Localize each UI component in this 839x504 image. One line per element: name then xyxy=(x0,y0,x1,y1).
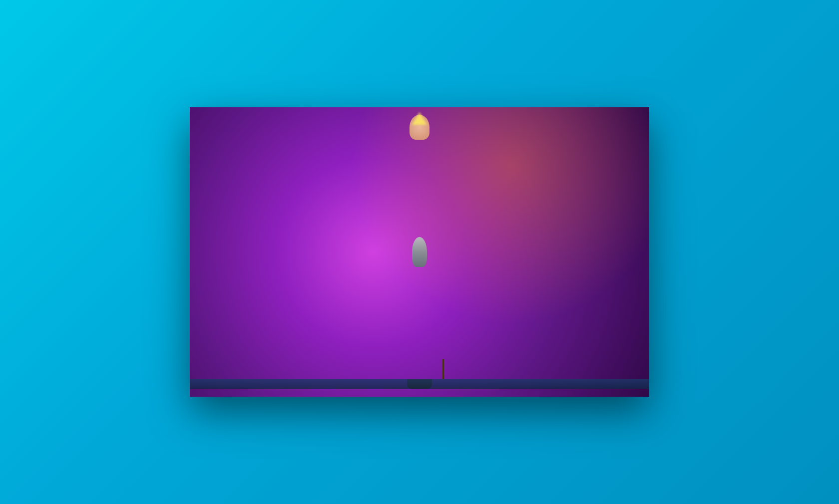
thumbnails-row xyxy=(197,223,642,278)
thumbnail-8[interactable] xyxy=(588,223,642,278)
tv-frame: Sponsored ☀️ Fair Day 38°c ↓ xyxy=(190,107,649,397)
tv-screen: Sponsored ☀️ Fair Day 38°c ↓ xyxy=(194,111,645,393)
recommended-section: Recommended xyxy=(194,211,645,279)
